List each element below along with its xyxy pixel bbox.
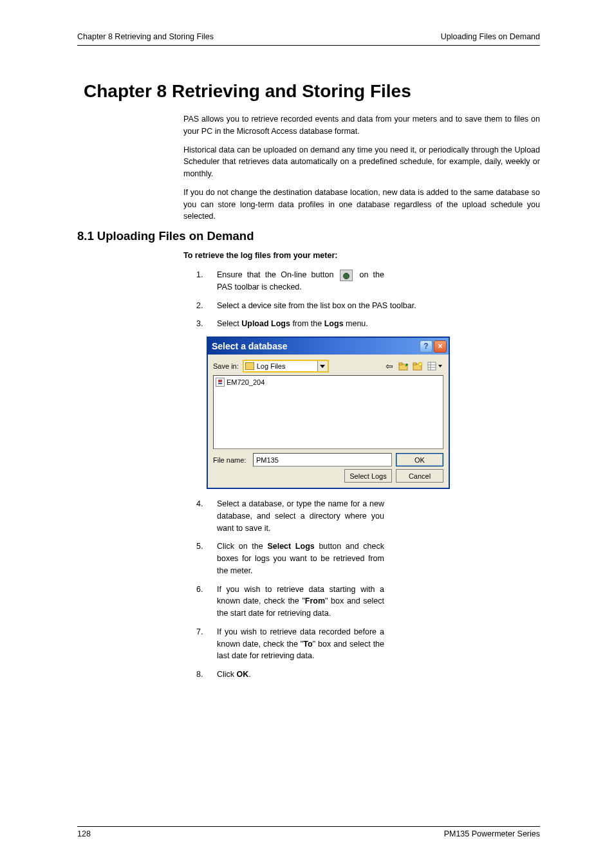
step-6: 6. If you wish to retrieve data starting… [196,584,540,620]
step-number: 2. [196,300,217,312]
ok-button[interactable]: OK [396,453,443,466]
section-title: 8.1 Uploading Files on Demand [77,229,540,243]
view-menu-icon[interactable] [425,360,443,373]
svg-point-4 [418,362,422,366]
step-5: 5. Click on the Select Logs button and c… [196,540,540,577]
footer-series: PM135 Powermeter Series [444,829,540,838]
cancel-button[interactable]: Cancel [396,469,443,483]
svg-rect-1 [399,363,402,365]
help-button[interactable]: ? [420,340,433,353]
intro-p3: If you do not change the destination dat… [183,187,540,223]
step-1: 1. Ensure that the On-line button on the… [196,269,540,293]
up-folder-icon[interactable] [397,360,410,373]
file-name-input[interactable] [253,453,392,466]
page-footer: 128 PM135 Powermeter Series [77,826,540,838]
step-2-text: Select a device site from the list box o… [217,300,416,312]
new-folder-icon[interactable] [411,360,424,373]
step-3-text-c: from the [290,319,324,328]
file-list[interactable]: EM720_204 [213,375,443,449]
step-1-text-a: Ensure that the On-line button [217,270,338,279]
intro-p2: Historical data can be uploaded on deman… [183,144,540,180]
sub-heading: To retrieve the log files from your mete… [183,251,540,260]
step-number: 1. [196,269,217,293]
step-8: 8. Click OK. [196,669,540,681]
header-right: Uploading Files on Demand [441,32,540,41]
file-name-label: File name: [213,456,249,464]
step-3-bold-1: Upload Logs [241,319,290,328]
save-in-combo[interactable]: Log Files [243,360,329,373]
step-3-bold-2: Logs [324,319,344,328]
step-5-text-a: Click on the [217,542,267,551]
save-in-value: Log Files [257,362,286,370]
database-file-icon [216,378,225,387]
step-7-bold: To [303,640,312,649]
step-3-text-e: menu. [344,319,368,328]
page-header: Chapter 8 Retrieving and Storing Files U… [77,32,540,46]
step-8-bold: OK [237,670,249,679]
step-2: 2. Select a device site from the list bo… [196,300,540,312]
step-7: 7. If you wish to retrieve data recorded… [196,626,540,662]
back-icon[interactable]: ⇦ [383,360,396,373]
file-item[interactable]: EM720_204 [216,378,441,387]
step-3: 3. Select Upload Logs from the Logs menu… [196,318,540,330]
step-number: 4. [196,498,217,534]
step-number: 5. [196,540,217,577]
combo-dropdown-arrow[interactable] [317,361,328,371]
dialog-titlebar[interactable]: Select a database ? × [208,338,449,355]
save-in-label: Save in: [213,362,239,370]
step-number: 7. [196,626,217,662]
step-6-bold: From [305,596,325,605]
online-button-icon [340,270,353,281]
chapter-title: Chapter 8 Retrieving and Storing Files [84,81,540,102]
step-number: 3. [196,318,217,330]
select-database-dialog: Select a database ? × Save in: Log Files [207,337,450,489]
close-button[interactable]: × [434,340,447,353]
header-left: Chapter 8 Retrieving and Storing Files [77,32,214,41]
step-8-text-a: Click [217,670,237,679]
file-item-name: EM720_204 [227,378,265,386]
intro-p1: PAS allows you to retrieve recorded even… [183,113,540,138]
dialog-title-text: Select a database [212,341,288,351]
step-8-text-c: . [248,670,250,679]
folder-icon [245,362,254,370]
step-3-text-a: Select [217,319,241,328]
page-number: 128 [77,829,91,838]
select-logs-button[interactable]: Select Logs [344,469,392,483]
intro-block: PAS allows you to retrieve recorded even… [183,113,540,223]
step-4: 4. Select a database, or type the name f… [196,498,540,534]
svg-rect-3 [413,363,416,365]
step-number: 6. [196,584,217,620]
step-4-text: Select a database, or type the name for … [217,498,384,534]
svg-rect-5 [428,362,436,370]
step-5-bold: Select Logs [267,542,314,551]
step-number: 8. [196,669,217,681]
